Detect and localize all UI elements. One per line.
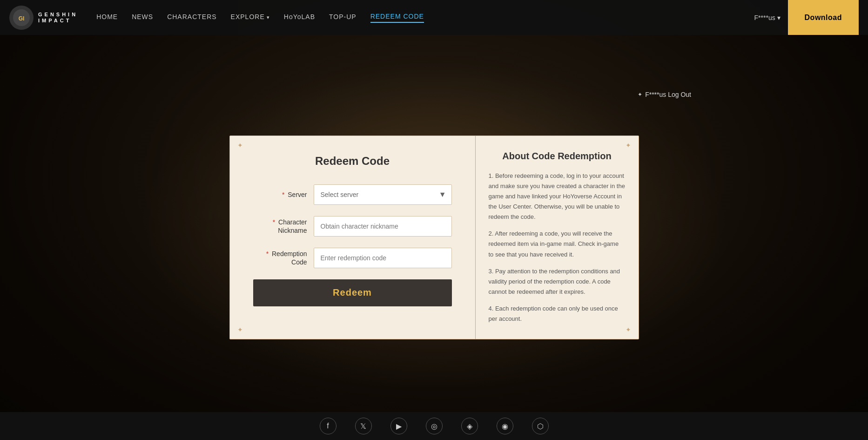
nav-redeem[interactable]: REDEEM CODE (370, 13, 424, 23)
svg-text:GI: GI (19, 15, 25, 22)
download-button[interactable]: Download (788, 0, 859, 35)
corner-br-decor: ✦ (626, 326, 631, 333)
nav-home[interactable]: HOME (96, 13, 118, 22)
server-form-group: * Server Select server America Europe As… (253, 184, 452, 205)
corner-bl-decor: ✦ (237, 326, 243, 333)
logo-icon: GI (9, 6, 34, 30)
code-input[interactable] (314, 248, 452, 268)
nav-links: HOME NEWS CHARACTERS EXPLORE HoYoLAB TOP… (96, 13, 754, 23)
nav-hoyolab[interactable]: HoYoLAB (284, 13, 315, 22)
logo[interactable]: GI Genshin Impact (9, 6, 78, 30)
server-label: * Server (253, 190, 314, 199)
modal-left-panel: Redeem Code * Server Select server Ameri… (230, 136, 476, 339)
about-title: About Code Redemption (489, 151, 626, 162)
hoyolab-icon[interactable]: ⬡ (532, 418, 549, 434)
navbar: GI Genshin Impact HOME NEWS CHARACTERS E… (0, 0, 868, 35)
code-label: * RedemptionCode (253, 250, 314, 266)
modal-overlay: ✦ ✦ Redeem Code * Server Select server A… (0, 35, 868, 440)
modal-right-panel: About Code Redemption 1. Before redeemin… (476, 136, 639, 339)
redeem-modal: ✦ ✦ Redeem Code * Server Select server A… (229, 135, 639, 339)
modal-title: Redeem Code (253, 155, 452, 168)
navbar-right: F****us ▾ Download (754, 0, 859, 35)
nickname-label: * CharacterNickname (253, 218, 314, 235)
server-required: * (282, 191, 284, 198)
instagram-icon[interactable]: ◎ (426, 418, 443, 434)
about-text: 1. Before redeeming a code, log in to yo… (489, 171, 626, 324)
user-dropdown-button[interactable]: F****us ▾ (754, 14, 781, 21)
code-required: * (266, 250, 269, 257)
code-form-group: * RedemptionCode (253, 248, 452, 268)
youtube-icon[interactable]: ▶ (390, 418, 407, 434)
server-select-wrapper: Select server America Europe Asia TW/HK/… (314, 184, 452, 205)
nickname-required: * (273, 218, 275, 226)
footer: f 𝕏 ▶ ◎ ◈ ◉ ⬡ (0, 412, 868, 440)
redeem-button[interactable]: Redeem (253, 279, 452, 306)
nav-characters[interactable]: CHARACTERS (167, 13, 216, 22)
facebook-icon[interactable]: f (320, 418, 336, 434)
server-select[interactable]: Select server America Europe Asia TW/HK/… (314, 184, 452, 205)
nav-topup[interactable]: TOP-UP (329, 13, 357, 22)
nickname-form-group: * CharacterNickname (253, 216, 452, 237)
nav-explore[interactable]: EXPLORE (231, 13, 270, 22)
twitter-icon[interactable]: 𝕏 (355, 418, 372, 434)
logo-text: Genshin Impact (38, 12, 78, 23)
hero-section: F****us Log Out ✦ ✦ Redeem Code * Server… (0, 0, 868, 440)
nav-news[interactable]: NEWS (132, 13, 153, 22)
reddit-icon[interactable]: ◉ (497, 418, 513, 434)
discord-icon[interactable]: ◈ (461, 418, 478, 434)
nickname-input[interactable] (314, 216, 452, 237)
